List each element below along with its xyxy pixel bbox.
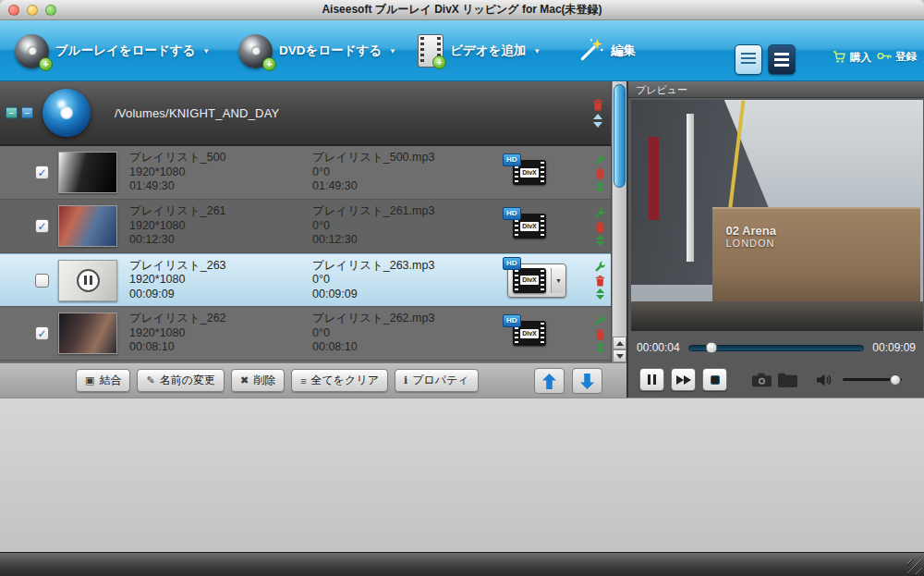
video-duration: 01:49:30 — [129, 179, 312, 194]
source-collapse-down-icon[interactable] — [593, 122, 602, 128]
delete-row-button[interactable] — [595, 167, 605, 179]
delete-row-button[interactable] — [595, 328, 605, 340]
window-title: Aiseesoft ブルーレイ DivX リッピング for Mac(未登録) — [322, 2, 602, 18]
status-bar — [0, 552, 924, 576]
rename-button[interactable]: ✎ 名前の変更 — [137, 369, 225, 392]
delete-row-button[interactable] — [595, 221, 605, 233]
source-collapse-up-icon[interactable] — [593, 114, 602, 119]
move-row-up-icon[interactable] — [596, 342, 604, 347]
register-button[interactable]: 登録 — [877, 50, 917, 64]
seek-slider[interactable] — [688, 345, 865, 351]
playlist-row[interactable]: ✓ プレイリスト_261 1920*1080 00:12:30 プレイリスト_2… — [0, 200, 611, 253]
chevron-down-icon: ▼ — [533, 47, 541, 55]
playlist-row[interactable]: ✓ プレイリスト_500 1920*1080 01:49:30 プレイリスト_5… — [0, 146, 611, 200]
move-row-up-icon[interactable] — [596, 288, 604, 293]
merge-label: 結合 — [99, 373, 121, 388]
chevron-down-icon[interactable]: ▼ — [551, 268, 565, 293]
add-video-label: ビデオを追加 — [450, 43, 526, 59]
properties-label: プロパティ — [412, 373, 468, 388]
scrollbar-thumb[interactable] — [614, 84, 626, 188]
seek-bar-row: 00:00:04 00:09:09 — [628, 337, 924, 359]
video-thumbnail — [58, 313, 117, 354]
edit-row-button[interactable] — [594, 153, 606, 165]
filmstrip-icon: + — [418, 34, 444, 67]
close-button[interactable] — [8, 5, 19, 16]
seek-slider-thumb[interactable] — [706, 342, 718, 354]
video-resolution: 1920*1080 — [129, 273, 312, 288]
move-up-button[interactable] — [534, 368, 565, 394]
edit-row-button[interactable] — [594, 314, 606, 326]
delete-source-button[interactable] — [592, 98, 603, 111]
volume-slider-knob[interactable] — [890, 374, 901, 386]
move-buttons — [534, 368, 602, 394]
minimize-button[interactable] — [27, 5, 38, 16]
row-tools — [594, 261, 606, 300]
preview-panel: プレビュー 02 Arena LONDON 00:00:04 00:09:09 — [626, 81, 924, 398]
move-down-button[interactable] — [572, 368, 602, 394]
delete-button[interactable]: ✖ 削除 — [231, 369, 285, 392]
collapse-group-button[interactable]: − — [21, 107, 33, 119]
bluray-disc-icon: + — [15, 34, 49, 68]
resize-grip[interactable] — [907, 559, 922, 574]
load-bluray-button[interactable]: + ブルーレイをロードする ▼ — [15, 31, 210, 70]
video-resolution: 1920*1080 — [129, 165, 312, 180]
list-view-icon — [741, 53, 756, 67]
playlist-row[interactable]: ✓ プレイリスト_262 1920*1080 00:08:10 プレイリスト_2… — [0, 307, 611, 361]
media-list-panel: − − /Volumes/KNIGHT_AND_DAY — [0, 81, 626, 398]
open-output-folder-icon-button[interactable] — [778, 373, 797, 387]
row-checkbox[interactable]: ✓ — [35, 219, 49, 233]
pause-button[interactable] — [639, 368, 664, 391]
fast-forward-button[interactable] — [671, 368, 696, 391]
purchase-button[interactable]: 購入 — [833, 50, 871, 66]
snapshot-button[interactable] — [752, 373, 772, 387]
stop-button[interactable] — [702, 368, 727, 391]
row-checkbox[interactable]: ✓ — [35, 165, 49, 179]
purchase-label: 購入 — [850, 51, 871, 65]
speaker-icon[interactable] — [817, 374, 833, 386]
scroll-down-button[interactable] — [613, 349, 626, 362]
move-row-down-icon[interactable] — [596, 349, 604, 353]
edit-row-button[interactable] — [594, 207, 606, 219]
load-dvd-button[interactable]: + DVDをロードする ▼ — [238, 31, 396, 70]
edit-button[interactable]: 編集 — [578, 31, 636, 70]
plus-icon: + — [432, 55, 446, 69]
add-video-button[interactable]: + ビデオを追加 ▼ — [418, 31, 541, 70]
magic-wand-icon — [578, 37, 604, 66]
move-row-up-icon[interactable] — [596, 181, 604, 186]
view-toggle-list-button[interactable] — [735, 44, 762, 75]
delete-row-button[interactable] — [595, 275, 605, 287]
clear-all-button[interactable]: ≡ 全てをクリア — [291, 369, 388, 392]
view-toggle-detail-button[interactable] — [768, 44, 796, 75]
bluray-volume-icon — [43, 89, 91, 137]
audio-name: プレイリスト_262.mp3 — [312, 312, 501, 326]
volume-slider[interactable] — [843, 378, 902, 381]
video-title: プレイリスト_261 — [129, 204, 312, 219]
list-icon: ≡ — [300, 375, 306, 386]
merge-button[interactable]: ▣ 結合 — [76, 369, 130, 392]
row-checkbox[interactable] — [35, 274, 49, 288]
move-row-down-icon[interactable] — [596, 188, 604, 192]
source-header-row[interactable]: − − /Volumes/KNIGHT_AND_DAY — [0, 81, 611, 146]
row-checkbox[interactable]: ✓ — [35, 326, 49, 340]
rename-label: 名前の変更 — [160, 373, 215, 388]
edit-row-button[interactable] — [594, 261, 606, 273]
collapse-all-button[interactable]: − — [6, 107, 18, 119]
playlist-row-selected[interactable]: プレイリスト_263 1920*1080 00:09:09 プレイリスト_263… — [0, 253, 611, 307]
register-label: 登録 — [895, 50, 917, 64]
move-row-down-icon[interactable] — [596, 241, 604, 246]
preview-title: プレビュー — [628, 81, 924, 98]
list-scrollbar[interactable] — [612, 81, 626, 362]
audio-angle: 0°0 — [312, 273, 501, 288]
hd-badge: HD — [503, 153, 521, 166]
check-icon: ✓ — [37, 166, 46, 179]
scroll-up-button[interactable] — [613, 337, 626, 349]
audio-duration: 00:12:30 — [312, 233, 501, 248]
cart-icon — [833, 50, 846, 66]
move-row-down-icon[interactable] — [596, 295, 604, 300]
video-thumbnail — [58, 260, 117, 301]
source-path: /Volumes/KNIGHT_AND_DAY — [115, 106, 279, 120]
key-icon — [877, 51, 892, 63]
properties-button[interactable]: ℹ プロパティ — [395, 369, 479, 392]
move-row-up-icon[interactable] — [596, 235, 604, 239]
zoom-button[interactable] — [45, 5, 56, 16]
